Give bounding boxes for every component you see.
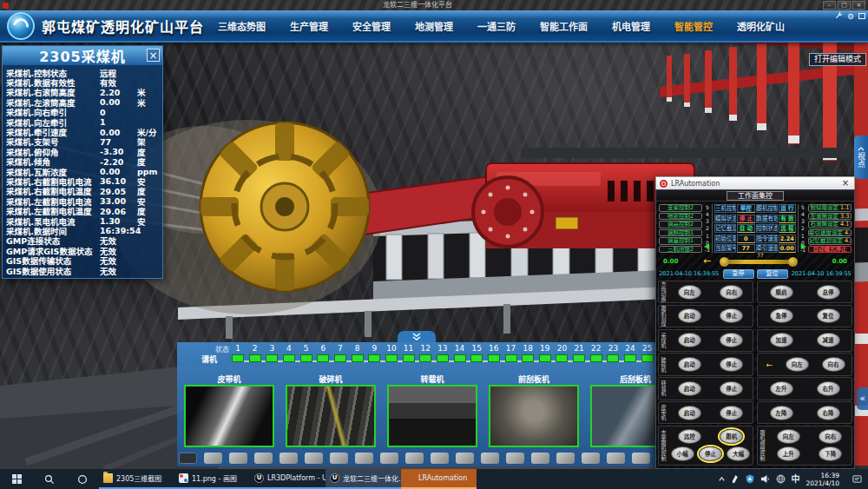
taskbar-app-1[interactable]: 2305三维截图 bbox=[99, 469, 174, 489]
camera-channel-21[interactable]: 21 bbox=[572, 344, 586, 362]
nav-item-1[interactable]: 三维态势图 bbox=[218, 19, 266, 33]
camera-channel-23[interactable]: 23 bbox=[606, 344, 620, 362]
nav-item-9[interactable]: 透明化矿山 bbox=[737, 19, 785, 33]
lra-titlebar[interactable]: LRAutomation × bbox=[655, 176, 855, 189]
close-icon[interactable]: × bbox=[840, 178, 851, 188]
nav-item-5[interactable]: 一通三防 bbox=[477, 19, 516, 33]
camera-feed-4[interactable]: 前刮板机 bbox=[489, 374, 579, 450]
filmstrip-thumb[interactable] bbox=[305, 453, 323, 464]
control-button[interactable]: 复位 bbox=[817, 308, 840, 323]
camera-channel-2[interactable]: 2 bbox=[248, 344, 262, 362]
camera-feed-2[interactable]: 破碎机 bbox=[286, 374, 376, 450]
shield-icon[interactable] bbox=[746, 474, 754, 484]
control-button[interactable]: 总停 bbox=[817, 285, 840, 300]
nav-item-8[interactable]: 智能管控 bbox=[674, 19, 713, 33]
edit-mode-button[interactable]: 打开编辑模式 bbox=[809, 53, 866, 66]
filmstrip-thumb[interactable] bbox=[431, 453, 449, 464]
collapse-tab[interactable] bbox=[398, 331, 436, 342]
control-button[interactable]: 向左 bbox=[678, 285, 701, 300]
filmstrip-thumb[interactable] bbox=[531, 453, 549, 464]
taskbar-app-3[interactable]: ULR3DPlatform - U... bbox=[250, 469, 326, 489]
camera-channel-9[interactable]: 9 bbox=[367, 344, 381, 362]
control-button[interactable]: 启动 bbox=[678, 333, 701, 347]
auto-left-button-2[interactable]: 喷雾控制2 bbox=[659, 213, 702, 221]
camera-feed-5[interactable]: 后刮板机 bbox=[590, 374, 657, 450]
control-button[interactable]: 左升 bbox=[770, 381, 793, 396]
auto-right-button-3[interactable]: 右滚筒设定4.1 bbox=[808, 221, 852, 228]
control-button[interactable]: 停止 bbox=[699, 446, 722, 461]
camera-channel-10[interactable]: 10 bbox=[385, 344, 398, 362]
control-button[interactable]: 跟机 bbox=[720, 429, 743, 444]
nav-item-6[interactable]: 智能工作面 bbox=[540, 19, 588, 33]
control-button[interactable]: 加速 bbox=[770, 333, 793, 347]
network-icon[interactable] bbox=[776, 474, 786, 484]
start-button[interactable] bbox=[0, 469, 33, 489]
control-button[interactable]: 右升 bbox=[817, 381, 840, 396]
viewpoint-tab[interactable]: 视点 bbox=[854, 135, 868, 179]
camera-channel-1[interactable]: 1 bbox=[231, 344, 245, 362]
panel-collapse-chevron[interactable]: « bbox=[857, 387, 868, 410]
control-button[interactable]: 启动 bbox=[678, 381, 701, 396]
pen-icon[interactable] bbox=[732, 474, 740, 484]
control-button[interactable]: 向右 bbox=[720, 285, 743, 300]
camera-channel-6[interactable]: 6 bbox=[316, 344, 330, 362]
action-center-button[interactable] bbox=[845, 469, 868, 489]
camera-channel-17[interactable]: 17 bbox=[504, 344, 518, 362]
control-button[interactable]: 远控 bbox=[678, 429, 701, 444]
auto-left-button-1[interactable]: 支架控制2 bbox=[659, 204, 702, 212]
control-button[interactable]: 减速 bbox=[817, 333, 840, 347]
auto-right-button-1[interactable]: 俯仰角设定1.1 bbox=[808, 204, 852, 212]
camera-channel-25[interactable]: 25 bbox=[641, 344, 654, 362]
camera-channel-13[interactable]: 13 bbox=[436, 344, 450, 362]
auto-left-button-4[interactable]: 调斜控制1 bbox=[659, 229, 702, 237]
camera-channel-16[interactable]: 16 bbox=[487, 344, 501, 362]
control-button[interactable]: 右降 bbox=[817, 406, 840, 420]
control-button[interactable]: 小幅 bbox=[671, 446, 694, 461]
filmstrip-thumb[interactable] bbox=[355, 453, 373, 464]
auto-right-button-2[interactable]: 左滚筒设定3.3 bbox=[808, 213, 852, 221]
control-button[interactable]: 停止 bbox=[720, 406, 743, 420]
filmstrip-thumb[interactable] bbox=[330, 453, 348, 464]
auto-right-button-4[interactable]: 牵引速度设定4.3 bbox=[808, 229, 852, 237]
control-button[interactable]: 大幅 bbox=[727, 446, 750, 461]
camera-channel-14[interactable]: 14 bbox=[453, 344, 467, 362]
tab-workface-control[interactable]: 工作面集控 bbox=[727, 191, 784, 201]
control-button[interactable]: 下降 bbox=[819, 446, 842, 461]
auto-left-button-5[interactable]: 调直控制1 bbox=[659, 237, 702, 245]
filmstrip-thumb[interactable] bbox=[481, 453, 499, 464]
wrench-icon[interactable] bbox=[835, 11, 843, 21]
camera-channel-4[interactable]: 4 bbox=[282, 344, 296, 362]
nav-item-4[interactable]: 地测管理 bbox=[415, 19, 453, 33]
filmstrip-thumb[interactable] bbox=[506, 453, 524, 464]
filmstrip-thumb[interactable] bbox=[179, 453, 197, 464]
camera-channel-7[interactable]: 7 bbox=[333, 344, 347, 362]
control-button[interactable]: 停止 bbox=[720, 333, 743, 347]
filmstrip-thumb[interactable] bbox=[405, 453, 424, 464]
chevron-up-icon[interactable] bbox=[718, 475, 726, 483]
nav-item-2[interactable]: 生产管理 bbox=[290, 19, 328, 33]
filmstrip-thumb[interactable] bbox=[254, 453, 273, 464]
auto-left-button-3[interactable]: 调高控制2 bbox=[659, 221, 702, 228]
filmstrip-thumb[interactable] bbox=[204, 453, 222, 464]
control-button[interactable]: 停止 bbox=[720, 357, 743, 372]
maximize-icon[interactable]: □ bbox=[838, 1, 851, 10]
filmstrip-thumb[interactable] bbox=[279, 453, 298, 464]
camera-channel-20[interactable]: 20 bbox=[555, 344, 569, 362]
control-button[interactable]: 向右 bbox=[819, 429, 842, 444]
camera-channel-3[interactable]: 3 bbox=[265, 344, 279, 362]
control-button[interactable]: 启动 bbox=[678, 406, 701, 420]
control-button[interactable]: 停止 bbox=[720, 381, 743, 396]
filmstrip-thumb[interactable] bbox=[582, 453, 600, 464]
camera-channel-18[interactable]: 18 bbox=[521, 344, 535, 362]
control-button[interactable]: 向左 bbox=[786, 357, 809, 372]
control-button[interactable]: 启动 bbox=[678, 308, 701, 323]
camera-channel-11[interactable]: 11 bbox=[402, 344, 416, 362]
camera-feed-1[interactable]: 皮带机 bbox=[184, 374, 274, 450]
window-icon[interactable] bbox=[858, 13, 865, 19]
speaker-icon[interactable] bbox=[760, 474, 770, 484]
camera-channel-5[interactable]: 5 bbox=[299, 344, 313, 362]
control-button[interactable]: 上升 bbox=[777, 446, 800, 461]
auto-alarm-button[interactable]: 自动模式停止 bbox=[808, 246, 852, 254]
control-button[interactable]: 停止 bbox=[720, 308, 743, 323]
control-button[interactable]: 急停 bbox=[770, 308, 793, 323]
